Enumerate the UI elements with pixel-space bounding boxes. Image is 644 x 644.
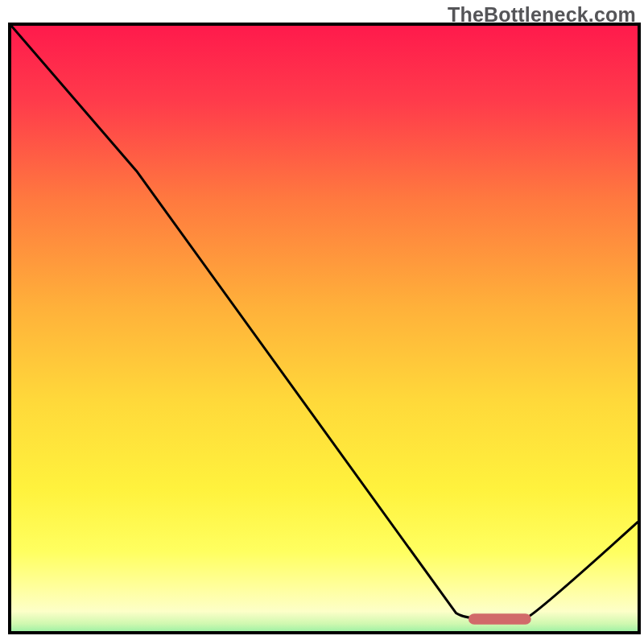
bottleneck-curve: [11, 26, 638, 619]
optimal-range-marker: [469, 613, 531, 625]
chart-svg: [11, 26, 638, 631]
chart-container: TheBottleneck.com: [0, 0, 644, 644]
plot-area: [8, 23, 641, 634]
